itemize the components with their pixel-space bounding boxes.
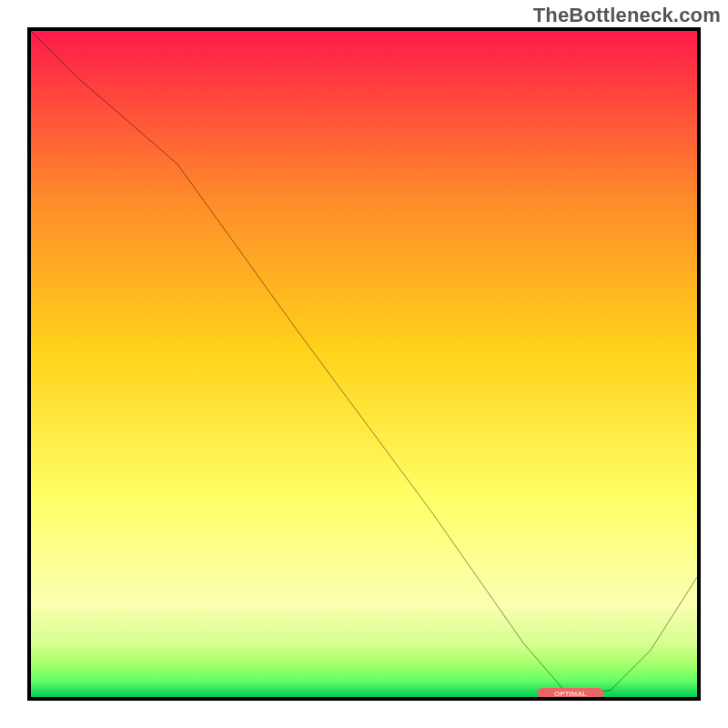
chart-container: TheBottleneck.com O: [0, 0, 728, 728]
optimal-region-label: OPTIMAL: [554, 689, 587, 697]
bottleneck-curve: [31, 31, 697, 697]
plot-frame: OPTIMAL: [27, 27, 701, 701]
watermark-text: TheBottleneck.com: [533, 4, 721, 27]
